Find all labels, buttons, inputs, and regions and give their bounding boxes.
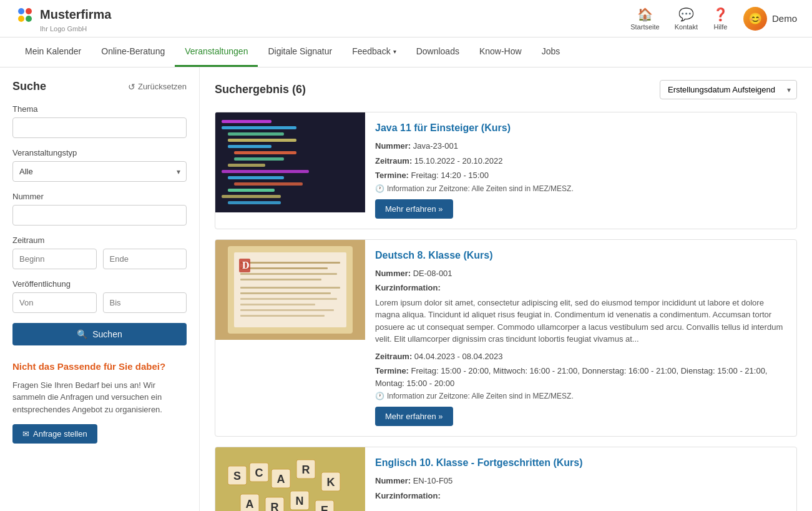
svg-text:E: E — [321, 504, 328, 511]
svg-rect-29 — [240, 292, 331, 294]
main-content: Suchergebnis (6) Erstellungsdatum Aufste… — [200, 67, 812, 511]
anfrage-button[interactable]: ✉ Anfrage stellen — [12, 424, 97, 444]
help-icon: ❓ — [713, 7, 728, 22]
termine-label-2: Termine: — [375, 366, 409, 375]
svg-point-2 — [18, 16, 24, 22]
svg-point-0 — [18, 8, 24, 14]
veroeffentlichung-bis-input[interactable] — [103, 292, 187, 313]
nav-item-veranstaltungen[interactable]: Veranstaltungen — [175, 37, 258, 67]
mehr-erfahren-label-2: Mehr erfahren » — [385, 412, 443, 421]
nav-veranstaltungen-label: Veranstaltungen — [185, 46, 248, 56]
kontakt-action[interactable]: 💬 Kontakt — [675, 7, 698, 31]
sidebar-header: Suche ↺ Zurücksetzen — [12, 80, 187, 93]
logo-brand: Musterfirma — [15, 5, 111, 25]
nav-jobs-label: Jobs — [542, 46, 560, 56]
nav-item-signatur[interactable]: Digitale Signatur — [258, 37, 342, 67]
svg-rect-31 — [240, 304, 315, 305]
nav-item-knowhow[interactable]: Know-How — [469, 37, 532, 67]
mehr-erfahren-button-1[interactable]: Mehr erfahren » — [375, 199, 453, 219]
termine-value-1: Freitag: 14:20 - 15:00 — [411, 171, 489, 180]
reset-link[interactable]: ↺ Zurücksetzen — [128, 82, 187, 92]
svg-rect-17 — [222, 195, 281, 198]
logo-icon — [15, 5, 35, 25]
nav-item-feedback[interactable]: Feedback ▾ — [342, 37, 406, 67]
clock-icon: 🕐 — [375, 392, 384, 400]
hilfe-label: Hilfe — [713, 23, 727, 31]
svg-rect-8 — [228, 139, 296, 142]
card-meta-termine-1: Termine: Freitag: 14:20 - 15:00 — [375, 169, 786, 182]
nummer-label-3: Nummer: — [375, 476, 411, 485]
result-card-2: D Deutsch 8. Klasse (Kurs) Nummer: DE-08… — [215, 239, 797, 437]
card-title-3[interactable]: Englisch 10. Klasse - Fortgeschritten (K… — [375, 457, 786, 469]
termine-label-1: Termine: — [375, 171, 409, 180]
home-icon: 🏠 — [637, 7, 653, 22]
nummer-value-3: EN-10-F05 — [413, 476, 453, 485]
nav-downloads-label: Downloads — [416, 46, 459, 56]
kurzinfo-label-3: Kurzinformation: — [375, 491, 441, 500]
nav-signatur-label: Digitale Signatur — [268, 46, 332, 56]
card-meta-termine-2: Termine: Freitag: 15:00 - 20:00, Mittwoc… — [375, 365, 786, 389]
veroeffentlichung-von-input[interactable] — [12, 292, 97, 313]
field-nummer: Nummer — [12, 192, 187, 226]
svg-rect-9 — [228, 145, 271, 148]
svg-point-1 — [26, 8, 32, 14]
card-desc-2: Lorem ipsum dolor sit amet, consectetur … — [375, 297, 786, 345]
mehr-erfahren-label-1: Mehr erfahren » — [385, 204, 443, 214]
hilfe-action[interactable]: ❓ Hilfe — [713, 7, 728, 31]
anfrage-button-label: Anfrage stellen — [33, 429, 87, 439]
logo-name: Musterfirma — [40, 7, 111, 22]
svg-rect-12 — [228, 164, 265, 167]
card-meta-nummer-2: Nummer: DE-08-001 — [375, 267, 786, 280]
logo-subtitle: Ihr Logo GmbH — [40, 25, 87, 32]
nummer-value-2: DE-08-001 — [413, 269, 452, 278]
card-title-1[interactable]: Java 11 für Einsteiger (Kurs) — [375, 122, 786, 134]
card-timezone-1: 🕐 Information zur Zeitzone: Alle Zeiten … — [375, 184, 786, 193]
nav-item-downloads[interactable]: Downloads — [406, 37, 469, 67]
reset-label: Zurücksetzen — [138, 82, 187, 91]
clock-icon: 🕐 — [375, 184, 384, 193]
sort-select[interactable]: Erstellungsdatum Aufsteigend Erstellungs… — [660, 80, 797, 99]
promo-text: Fragen Sie Ihren Bedarf bei uns an! Wir … — [12, 379, 187, 416]
field-zeitraum: Zeitraum — [12, 236, 187, 269]
nav-item-jobs[interactable]: Jobs — [532, 37, 570, 67]
result-title: Suchergebnis (6) — [215, 83, 306, 96]
thema-input[interactable] — [12, 117, 187, 138]
nav-item-kalender[interactable]: Mein Kalender — [15, 37, 91, 67]
thema-label: Thema — [12, 104, 187, 114]
chevron-down-icon: ▾ — [393, 48, 396, 55]
startseite-action[interactable]: 🏠 Startseite — [630, 7, 659, 31]
svg-rect-22 — [240, 262, 340, 264]
card-body-3: Englisch 10. Klasse - Fortgeschritten (K… — [365, 447, 796, 511]
card-title-2[interactable]: Deutsch 8. Klasse (Kurs) — [375, 250, 786, 261]
zeitraum-row — [12, 249, 187, 269]
result-count: (6) — [292, 83, 306, 96]
veranstaltungstyp-select[interactable]: Alle Kurs Webinar Workshop — [12, 161, 187, 182]
zeitraum-value-1: 15.10.2022 - 20.10.2022 — [414, 156, 503, 166]
field-thema: Thema — [12, 104, 187, 138]
mehr-erfahren-button-2[interactable]: Mehr erfahren » — [375, 407, 453, 426]
nav-item-beratung[interactable]: Online-Beratung — [91, 37, 175, 67]
sort-wrapper: Erstellungsdatum Aufsteigend Erstellungs… — [660, 80, 797, 99]
search-button-label: Suchen — [92, 329, 122, 339]
card-body-1: Java 11 für Einsteiger (Kurs) Nummer: Ja… — [365, 112, 796, 229]
user-area[interactable]: 😊 Demo — [743, 7, 797, 31]
svg-text:N: N — [296, 495, 304, 507]
card-image-1 — [215, 112, 365, 212]
nav-beratung-label: Online-Beratung — [101, 46, 165, 56]
main-layout: Suche ↺ Zurücksetzen Thema Veranstaltung… — [0, 67, 812, 511]
search-button[interactable]: 🔍 Suchen — [12, 323, 187, 345]
zeitraum-beginn-input[interactable] — [12, 249, 97, 269]
search-icon: 🔍 — [77, 329, 87, 339]
card-meta-nummer-1: Nummer: Java-23-001 — [375, 140, 786, 152]
nummer-input[interactable] — [12, 205, 187, 226]
promo-title: Nicht das Passende für Sie dabei? — [12, 360, 187, 373]
svg-rect-30 — [240, 298, 337, 300]
nummer-label: Nummer — [12, 192, 187, 201]
zeitraum-ende-input[interactable] — [103, 249, 187, 269]
nummer-label-1: Nummer: — [375, 141, 411, 151]
timezone-text-1: Information zur Zeitzone: Alle Zeiten si… — [387, 184, 574, 193]
veranstaltungstyp-label: Veranstaltungstyp — [12, 148, 187, 157]
svg-text:S: S — [233, 470, 241, 482]
zeitraum-value-2: 04.04.2023 - 08.04.2023 — [414, 352, 503, 361]
nav-feedback-label: Feedback — [352, 46, 390, 56]
